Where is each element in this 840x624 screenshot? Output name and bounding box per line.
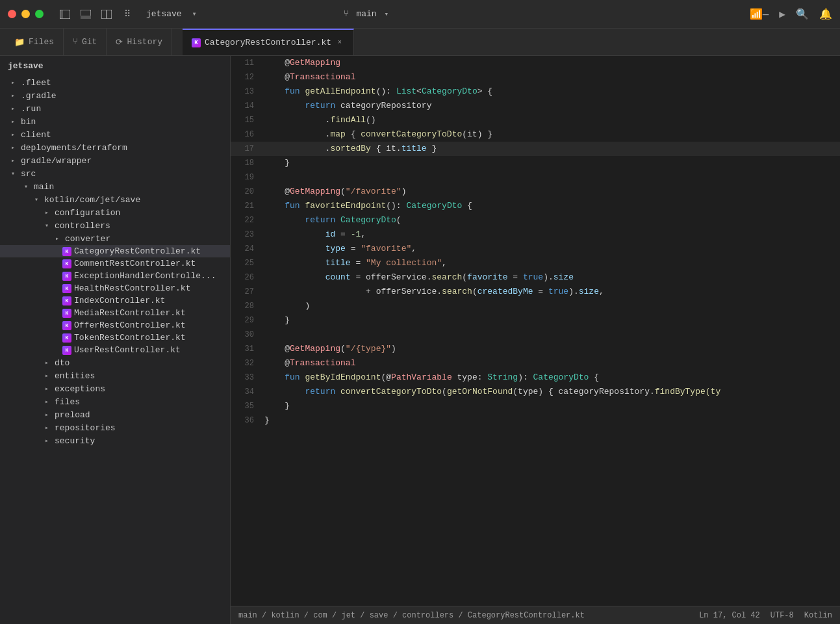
history-icon: ⟳	[116, 37, 123, 47]
tree-item-entities[interactable]: entities	[0, 369, 230, 382]
encoding-label: UTF-8	[770, 611, 794, 620]
bottom-panel-icon[interactable]	[80, 8, 92, 20]
tree-item-exceptions[interactable]: exceptions	[0, 382, 230, 395]
token: true	[548, 287, 568, 296]
close-button[interactable]	[8, 10, 16, 18]
token	[264, 387, 305, 396]
tree-item-security[interactable]: security	[0, 434, 230, 447]
token	[264, 101, 305, 110]
tree-item-dto[interactable]: dto	[0, 356, 230, 369]
tree-arrow-client	[8, 129, 18, 140]
tree-item-UserRestController[interactable]: KUserRestController.kt	[0, 344, 230, 356]
tree-item-converter[interactable]: converter	[0, 232, 230, 245]
tree-item-files[interactable]: files	[0, 395, 230, 408]
tree-item-preload[interactable]: preload	[0, 408, 230, 421]
token: @	[264, 72, 290, 82]
code-line-21: 21 fun favoriteEndpoint(): CategoryDto {	[231, 199, 840, 213]
minimize-button[interactable]	[21, 10, 30, 18]
tree-arrow-gradle	[8, 90, 18, 101]
token: .	[650, 387, 655, 396]
code-area[interactable]: 11 @GetMapping12 @Transactional13 fun ge…	[231, 56, 840, 606]
line-number-27: 27	[231, 285, 264, 299]
tree-item-deployments[interactable]: deployments/terraform	[0, 141, 230, 154]
play-icon[interactable]: ▶	[779, 8, 785, 21]
token: }	[427, 144, 437, 153]
kotlin-icon-IndexController: K	[62, 296, 71, 306]
tree-item-main[interactable]: main	[0, 180, 230, 193]
token: findByType(ty	[655, 387, 720, 396]
token: fun	[285, 201, 305, 211]
tree-item-repositories[interactable]: repositories	[0, 421, 230, 434]
tree-item-gradle-wrapper[interactable]: gradle/wrapper	[0, 154, 230, 167]
tree-item-HealthRestController[interactable]: KHealthRestController.kt	[0, 282, 230, 294]
token	[264, 86, 285, 96]
code-line-14: 14 return categoryRepository	[231, 99, 840, 113]
line-number-18: 18	[231, 156, 264, 170]
kotlin-icon-TokenRestController: K	[62, 333, 71, 343]
tree-item-OfferRestController[interactable]: KOfferRestController.kt	[0, 319, 230, 332]
tree-item-CategoryRestController[interactable]: KCategoryRestController.kt	[0, 245, 230, 257]
token: "/favorite"	[346, 187, 401, 196]
bell-icon[interactable]: 🔔	[819, 8, 832, 21]
search-icon[interactable]: 🔍	[796, 8, 809, 21]
tree-item-client[interactable]: client	[0, 128, 230, 141]
maximize-button[interactable]	[35, 10, 44, 18]
token	[264, 201, 285, 211]
tree-item-TokenRestController[interactable]: KTokenRestController.kt	[0, 332, 230, 344]
line-content-17: .sortedBy { it.title }	[264, 142, 840, 156]
tree-item-configuration[interactable]: configuration	[0, 206, 230, 219]
tree-arrow-security	[42, 436, 52, 446]
tree-item-IndexController[interactable]: KIndexController.kt	[0, 294, 230, 307]
tree-item-bin[interactable]: bin	[0, 115, 230, 128]
tab-files[interactable]: 📁 Files	[5, 29, 64, 55]
code-line-27: 27 + offerService.search(createdByMe = t…	[231, 285, 840, 299]
line-content-28: )	[264, 299, 840, 313]
tree-arrow-converter	[52, 233, 62, 244]
token: (it) }	[462, 129, 492, 139]
sidebar-toggle-icon[interactable]	[59, 8, 71, 20]
tab-history[interactable]: ⟳ History	[107, 29, 172, 55]
line-number-19: 19	[231, 170, 264, 185]
wifi-slash-icon[interactable]: 📶̶	[750, 8, 769, 21]
token: fun	[285, 372, 305, 382]
token: ():	[376, 86, 396, 96]
split-panel-icon[interactable]	[101, 8, 112, 20]
token: ).	[568, 287, 579, 296]
project-title: jetsave	[146, 9, 182, 19]
tree-item-CommentRestController[interactable]: KCommentRestController.kt	[0, 257, 230, 270]
token: fun	[285, 86, 305, 96]
line-number-13: 13	[231, 84, 264, 99]
file-tab-CategoryRestController[interactable]: K CategoryRestController.kt ×	[183, 29, 354, 55]
line-content-24: type = "favorite",	[264, 242, 840, 256]
token: map	[330, 129, 345, 139]
tree-item-run[interactable]: .run	[0, 102, 230, 115]
token: CategoryDto	[340, 215, 396, 225]
tree-item-controllers[interactable]: controllers	[0, 219, 230, 232]
tree-label-OfferRestController: OfferRestController.kt	[74, 320, 186, 330]
svg-rect-3	[81, 16, 91, 19]
branch-indicator[interactable]: ⑂ main ▾	[344, 9, 388, 19]
token: > {	[477, 86, 492, 96]
token: ,	[361, 229, 366, 239]
line-number-23: 23	[231, 228, 264, 242]
tab-git-label: Git	[82, 37, 97, 47]
grid-icon[interactable]: ⠿	[121, 8, 133, 20]
code-line-29: 29 }	[231, 313, 840, 328]
token: )	[391, 344, 396, 354]
tree-label-deployments: deployments/terraform	[21, 143, 127, 153]
tree-label-TokenRestController: TokenRestController.kt	[74, 333, 186, 343]
tree-item-ExceptionHandlerController[interactable]: KExceptionHandlerControlle...	[0, 270, 230, 282]
file-tab-close[interactable]: ×	[335, 38, 344, 47]
tab-git[interactable]: ⑂ Git	[64, 29, 107, 55]
tree-arrow-repositories	[42, 422, 52, 433]
tree-item-kotlin[interactable]: kotlin/com/jet/save	[0, 193, 230, 206]
tree-item-src[interactable]: src	[0, 167, 230, 180]
code-line-16: 16 .map { convertCategoryToDto(it) }	[231, 127, 840, 142]
tree-item-MediaRestController[interactable]: KMediaRestController.kt	[0, 307, 230, 319]
token: {	[462, 201, 472, 211]
code-line-20: 20 @GetMapping("/favorite")	[231, 185, 840, 199]
tree-item-gradle[interactable]: .gradle	[0, 89, 230, 102]
tree-label-dto: dto	[55, 358, 70, 368]
line-content-33: fun getByIdEndpoint(@PathVariable type: …	[264, 370, 840, 385]
tree-item-fleet[interactable]: .fleet	[0, 76, 230, 89]
